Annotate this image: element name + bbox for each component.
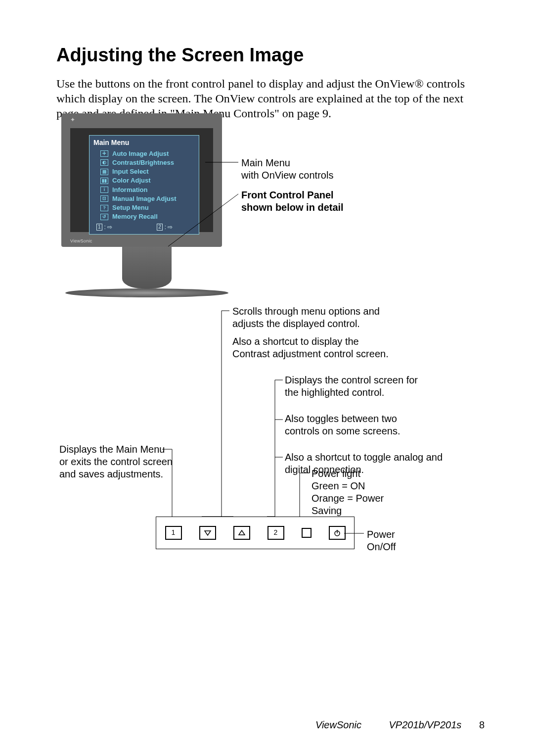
osd-item-manual: ⊡Manual Image Adjust xyxy=(89,194,199,203)
power-button-icon xyxy=(329,526,346,540)
osd-item-input: ▤Input Select xyxy=(89,167,199,176)
callout-arrows-scroll: Scrolls through menu options and adjusts… xyxy=(232,305,400,330)
osd-icon-info: i xyxy=(100,187,108,193)
callout-button1: Displays the Main Menu or exits the cont… xyxy=(59,443,173,480)
bezel-brand-text: ViewSonic xyxy=(70,238,92,244)
osd-item-memory: ↺Memory Recall xyxy=(89,212,199,221)
button-1: 1 xyxy=(165,526,182,540)
callout-button2-b: Also toggles between two controls on som… xyxy=(285,413,433,437)
osd-item-info: iInformation xyxy=(89,186,199,194)
osd-item-auto-image: ✛Auto Image Adjust xyxy=(89,149,199,158)
button-down-icon xyxy=(199,526,216,540)
osd-icon-contrast: ◐ xyxy=(100,159,108,166)
osd-item-setup: ?Setup Menu xyxy=(89,203,199,212)
power-light-icon xyxy=(302,528,312,538)
callout-power: Power On/Off xyxy=(367,528,426,553)
button-up-icon xyxy=(233,526,250,540)
osd-footer-1: 1 xyxy=(96,224,102,231)
callout-front-panel-heading: Front Control Panel shown below in detai… xyxy=(241,189,370,214)
footer-model: VP201b/VP201s xyxy=(389,719,462,730)
callout-arrows-shortcut: Also a shortcut to display the Contrast … xyxy=(232,335,391,360)
osd-item-color: ▮▮Color Adjust xyxy=(89,176,199,185)
brand-logo-icon: ✦ xyxy=(70,116,81,123)
callout-main-menu: Main Menu with OnView controls xyxy=(241,157,370,182)
callout-power-light: Power light Green = ON Orange = Power Sa… xyxy=(312,468,420,517)
osd-icon-input: ▤ xyxy=(100,169,108,175)
osd-icon-setup: ? xyxy=(100,205,108,211)
osd-item-contrast: ◐Contrast/Brightness xyxy=(89,158,199,167)
page-title: Adjusting the Screen Image xyxy=(56,44,485,67)
page-footer: ViewSonic VP201b/VP201s 8 xyxy=(109,719,485,731)
osd-icon-manual: ⊡ xyxy=(100,195,108,202)
callout-button2-a: Displays the control screen for the high… xyxy=(285,374,433,399)
front-control-panel: 1 2 xyxy=(156,517,355,549)
osd-icon-auto: ✛ xyxy=(100,150,108,157)
footer-page-number: 8 xyxy=(479,719,485,730)
button-2: 2 xyxy=(267,526,284,540)
footer-brand: ViewSonic xyxy=(315,719,361,730)
osd-main-menu: Main Menu ✛Auto Image Adjust ◐Contrast/B… xyxy=(89,135,199,235)
osd-icon-memory: ↺ xyxy=(100,214,108,220)
osd-title: Main Menu xyxy=(89,136,199,149)
osd-footer-2: 2 xyxy=(157,224,163,231)
osd-icon-color: ▮▮ xyxy=(100,178,108,184)
monitor-illustration: ✦ Main Menu ✛Auto Image Adjust ◐Contrast… xyxy=(61,113,232,297)
